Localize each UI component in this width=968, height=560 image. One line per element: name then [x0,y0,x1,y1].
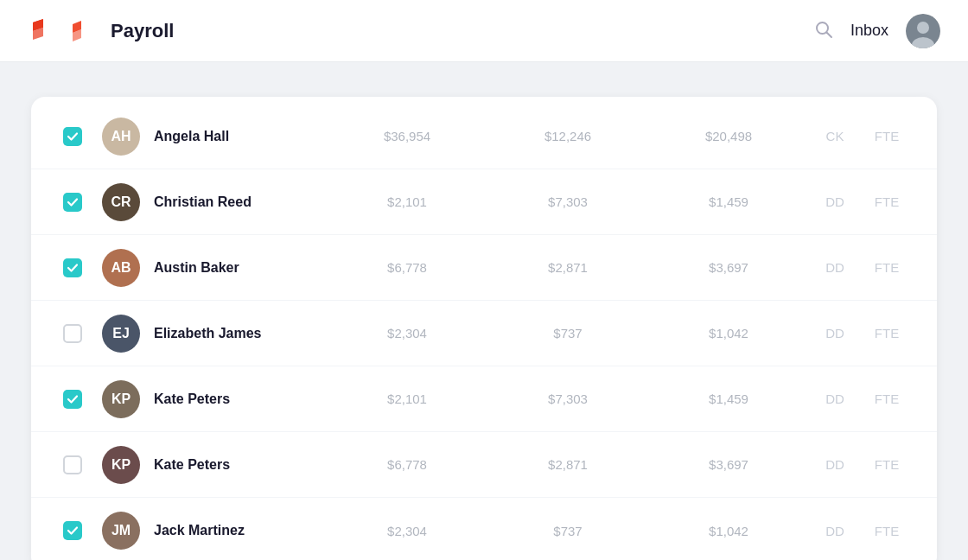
table-row: KP Kate Peters $2,101 $7,303 $1,459 DD F… [31,366,937,432]
amount-2: $737 [487,326,648,340]
person-name: Kate Peters [154,391,327,407]
employee-type: FTE [861,524,913,538]
amount-3: $3,697 [648,260,809,275]
employee-type: FTE [861,457,913,472]
employee-type: FTE [861,194,913,209]
amount-2: $737 [487,524,648,538]
payment-method: DD [809,524,861,538]
person-avatar: KP [102,446,140,484]
person-name: Elizabeth James [154,326,327,341]
amount-3: $3,697 [648,457,809,472]
row-checkbox[interactable] [55,127,90,146]
table-row: JM Jack Martinez $2,304 $737 $1,042 DD F… [31,498,937,560]
payment-method: DD [809,457,861,472]
amount-2: $7,303 [487,391,648,406]
row-checkbox[interactable] [55,324,90,343]
checkbox-checked[interactable] [63,258,82,277]
amount-3: $1,042 [648,524,809,538]
user-avatar[interactable] [906,14,940,48]
amount-2: $7,303 [487,194,648,209]
app-title: Payroll [111,20,174,42]
amount-3: $20,498 [648,129,809,143]
checkbox-unchecked[interactable] [63,455,82,474]
brand-logo [69,16,100,47]
logo-area: Payroll [28,16,174,47]
svg-point-3 [917,22,929,34]
person-avatar: CR [102,183,140,221]
svg-line-1 [826,32,831,37]
person-name: Austin Baker [154,260,327,276]
search-icon[interactable] [814,20,833,42]
amount-1: $2,101 [327,391,487,406]
amount-2: $2,871 [487,260,648,275]
amount-2: $2,871 [487,457,648,472]
checkbox-checked[interactable] [63,521,82,540]
checkbox-checked[interactable] [63,127,82,146]
payment-method: DD [809,260,861,275]
amount-1: $2,101 [327,194,487,209]
amount-1: $2,304 [327,326,487,340]
table-row: AH Angela Hall $36,954 $12,246 $20,498 C… [31,104,937,169]
person-name: Christian Reed [154,194,327,210]
table-row: CR Christian Reed $2,101 $7,303 $1,459 D… [31,169,937,235]
row-checkbox[interactable] [55,258,90,277]
checkbox-unchecked[interactable] [63,324,82,343]
row-checkbox[interactable] [55,455,90,474]
person-avatar: JM [102,512,140,550]
person-avatar: EJ [102,315,140,353]
amount-1: $6,778 [327,260,487,275]
amount-1: $6,778 [327,457,487,472]
payment-method: DD [809,194,861,209]
amount-1: $2,304 [327,524,487,538]
employee-type: FTE [861,260,913,275]
table-row: AB Austin Baker $6,778 $2,871 $3,697 DD … [31,235,937,301]
checkbox-checked[interactable] [63,193,82,212]
employee-type: FTE [861,129,913,143]
payment-method: CK [809,129,861,143]
amount-3: $1,459 [648,391,809,406]
employee-type: FTE [861,391,913,406]
row-checkbox[interactable] [55,193,90,212]
payment-method: DD [809,391,861,406]
person-avatar: AB [102,249,140,287]
app-logo-icon [28,16,59,47]
amount-3: $1,042 [648,326,809,340]
person-name: Jack Martinez [154,523,327,538]
amount-2: $12,246 [487,129,648,143]
employee-type: FTE [861,326,913,340]
person-avatar: AH [102,118,140,156]
person-avatar: KP [102,380,140,418]
row-checkbox[interactable] [55,521,90,540]
person-name: Angela Hall [154,129,327,144]
inbox-button[interactable]: Inbox [850,22,888,40]
payment-method: DD [809,326,861,340]
main-content: AH Angela Hall $36,954 $12,246 $20,498 C… [0,62,968,560]
header-right: Inbox [814,14,940,48]
table-row: KP Kate Peters $6,778 $2,871 $3,697 DD F… [31,432,937,498]
app-header: Payroll Inbox [0,0,968,62]
table-row: EJ Elizabeth James $2,304 $737 $1,042 DD… [31,301,937,366]
payroll-card: AH Angela Hall $36,954 $12,246 $20,498 C… [31,97,937,560]
amount-3: $1,459 [648,194,809,209]
row-checkbox[interactable] [55,390,90,409]
checkbox-checked[interactable] [63,390,82,409]
amount-1: $36,954 [327,129,487,143]
person-name: Kate Peters [154,457,327,473]
